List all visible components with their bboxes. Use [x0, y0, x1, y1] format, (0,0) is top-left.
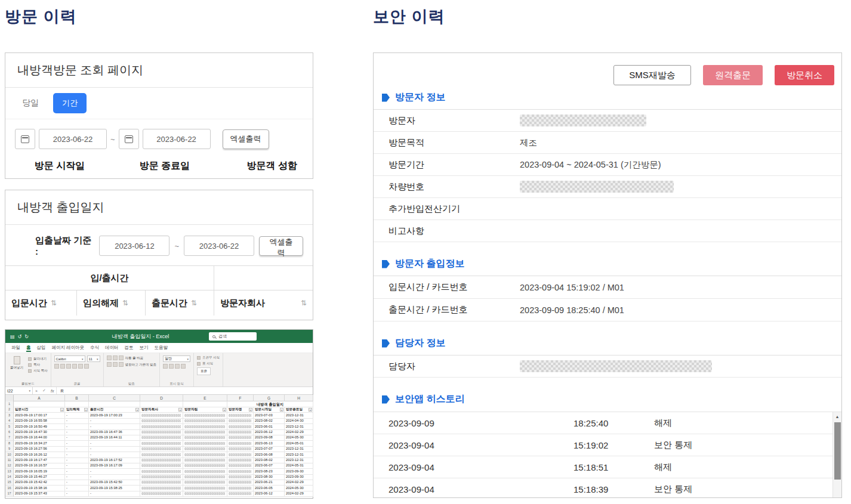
info-row: 차량번호 [374, 176, 841, 198]
visit-cancel-button[interactable]: 방문취소 [775, 65, 834, 85]
paste-button[interactable]: 붙여넣기 [8, 355, 25, 381]
excel-menu-item[interactable]: 도움말 [155, 345, 168, 351]
sms-resend-button[interactable]: SMS재발송 [613, 65, 691, 85]
info-label: 출문시간 / 카드번호 [388, 304, 520, 316]
filter-icon[interactable]: ▾ [178, 408, 182, 412]
excel-menu-item[interactable]: 수식 [90, 345, 99, 351]
clipboard-mini-icon [28, 357, 32, 361]
column-header-strip: ABCDEFGH [5, 395, 313, 401]
filter-icon[interactable]: ▾ [60, 408, 64, 412]
column-letter[interactable]: A [14, 395, 65, 401]
column-letter[interactable]: H [285, 395, 313, 401]
security-history-title: 보안 이력 [373, 6, 842, 27]
access-log-panel: 내방객 출입일지 입출날짜 기준 : ~ 엑셀출력 입/출시간 입문시간 ⇅ [5, 190, 313, 320]
remote-exit-button[interactable]: 원격출문 [703, 65, 763, 85]
excel-window-title: 내방객 출입일지 - Excel [112, 333, 169, 341]
sort-icon[interactable]: ⇅ [51, 299, 57, 307]
wrap-text-button[interactable]: 자동 줄 바꿈 [125, 356, 144, 360]
history-status: 보안 통제 [654, 484, 841, 495]
sort-icon[interactable]: ⇅ [301, 299, 307, 307]
filter-icon[interactable]: ▾ [135, 408, 139, 412]
font-style-buttons[interactable] [54, 364, 100, 369]
info-row: 입문시간 / 카드번호 2023-09-04 15:19:02 / M01 [374, 276, 841, 299]
align-buttons[interactable] [107, 355, 124, 360]
log-column-header[interactable]: 방문자회사 ⇅ [214, 290, 313, 316]
info-label: 담당자 [388, 361, 520, 372]
log-column-header[interactable]: 임의해제 ⇅ [77, 290, 146, 316]
security-app-history-heading-label: 보안앱 히스토리 [395, 393, 464, 406]
cancel-icon[interactable]: × [35, 389, 38, 393]
formula-value[interactable]: R [56, 387, 313, 394]
quick-access-icon[interactable]: ↺ [18, 334, 22, 339]
excel-search-box[interactable]: 검색 [209, 332, 257, 341]
filter-icon[interactable]: ▾ [84, 408, 88, 412]
sheet-cell: 2024-02-29 [285, 491, 313, 497]
history-scrollbar[interactable]: ▲ ▼ [832, 412, 841, 498]
quick-access-icon[interactable]: ▤ [10, 334, 15, 339]
font-name-combo[interactable]: Calibri ▾ [54, 355, 85, 362]
merge-center-button[interactable]: 병합하고 가운데 맞춤 [125, 363, 157, 367]
scrollbar-thumb[interactable] [834, 422, 841, 480]
indent-buttons[interactable] [107, 362, 124, 367]
excel-menu-item[interactable]: 삽입 [37, 345, 46, 351]
sort-icon[interactable]: ⇅ [122, 299, 128, 307]
column-letter[interactable]: D [140, 395, 183, 401]
select-all-corner[interactable] [5, 395, 14, 401]
start-date-calendar-button[interactable] [15, 129, 35, 149]
clipboard-mini-button[interactable]: 잘라내기 [28, 357, 48, 361]
number-buttons[interactable] [163, 364, 190, 369]
info-value: 2023-09-04 ~ 2024-05-31 (기간방문) [520, 159, 841, 171]
filter-icon[interactable]: ▾ [309, 408, 312, 412]
sheet-data-row: 4 2023-09-19 16:55:58 - - 2023-08-02 202… [5, 418, 313, 423]
excel-search-label: 검색 [218, 333, 227, 339]
insert-function-icon[interactable]: fx [51, 389, 54, 393]
tab-period[interactable]: 기간 [53, 93, 87, 113]
name-box[interactable]: I22 ▾ [5, 387, 33, 394]
clipboard-mini-button[interactable]: 서식 복사 [28, 369, 48, 373]
excel-export-button[interactable]: 엑셀출력 [223, 129, 269, 149]
log-excel-export-button[interactable]: 엑셀출력 [259, 236, 303, 256]
excel-menu-item[interactable]: 페이지 레이아웃 [52, 345, 85, 351]
column-letter[interactable]: F [227, 395, 254, 401]
excel-menu-item[interactable]: 검토 [125, 345, 134, 351]
filter-icon[interactable]: ▾ [249, 408, 252, 412]
sheet-data-row: 5 2023-09-19 16:50:49 - - 2023-06-01 202… [5, 424, 313, 429]
cell-style-normal[interactable]: 표준 [197, 367, 211, 375]
visit-history-title: 방문 이력 [5, 6, 313, 27]
clipboard-mini-button[interactable]: 복사 [28, 363, 48, 367]
info-row: 방문자 [374, 110, 841, 132]
tab-today[interactable]: 당일 [22, 98, 39, 109]
conditional-format-button[interactable]: 조건부 서식 [197, 355, 220, 360]
end-date-calendar-button[interactable] [119, 129, 139, 149]
column-letter[interactable]: C [89, 395, 140, 401]
excel-titlebar: ▤↺↻ 내방객 출입일지 - Excel 검색 [5, 330, 313, 343]
column-letter[interactable]: E [183, 395, 227, 401]
column-letter[interactable]: B [65, 395, 89, 401]
start-date-input[interactable] [39, 129, 107, 149]
filter-icon[interactable]: ▾ [280, 408, 283, 412]
format-as-table-button[interactable]: 표 서식 [197, 361, 220, 366]
end-date-input[interactable] [143, 129, 211, 149]
excel-menu-item[interactable]: 홈 [26, 345, 31, 351]
number-format-combo[interactable]: 일반 ▾ [163, 355, 190, 362]
filter-icon[interactable]: ▾ [223, 408, 226, 412]
excel-menu-item[interactable]: 데이터 [105, 345, 119, 351]
excel-menu-item[interactable]: 보기 [140, 345, 149, 351]
excel-menu-bar: 파일홈삽입페이지 레이아웃수식데이터검토보기도움말 [5, 343, 313, 353]
sheet-header-label: 방문자회사 [141, 407, 158, 412]
font-size-combo[interactable]: 11 ▾ [87, 355, 100, 362]
enter-icon[interactable]: ✓ [42, 388, 46, 393]
column-letter[interactable]: G [254, 395, 285, 401]
log-column-header[interactable]: 입문시간 ⇅ [5, 290, 77, 316]
quick-access-icon[interactable]: ↻ [24, 334, 29, 339]
log-end-date-input[interactable] [184, 236, 254, 256]
sort-icon[interactable]: ⇅ [191, 299, 197, 307]
scroll-up-button[interactable]: ▲ [833, 412, 842, 421]
log-start-date-input[interactable] [99, 236, 169, 256]
caret-icon: ▾ [82, 357, 84, 361]
log-column-header[interactable]: 출문시간 ⇅ [146, 290, 214, 316]
info-row: 방문목적 제조 [374, 132, 841, 154]
excel-menu-item[interactable]: 파일 [11, 345, 20, 351]
visit-history-section: 방문 이력 내방객방문 조회 페이지 당일 기간 ~ 엑셀출력 방문 시작일방문… [5, 6, 313, 27]
manager-info-table: 담당자 [374, 355, 841, 378]
